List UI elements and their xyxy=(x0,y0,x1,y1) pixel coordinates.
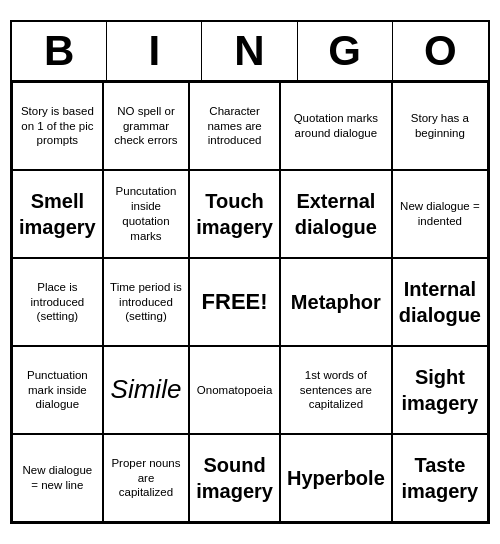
bingo-cell-1[interactable]: NO spell or grammar check errors xyxy=(103,82,190,170)
bingo-cell-16[interactable]: Simile xyxy=(103,346,190,434)
bingo-letter-b: B xyxy=(12,22,107,80)
bingo-header: BINGO xyxy=(12,22,488,82)
bingo-cell-20[interactable]: New dialogue = new line xyxy=(12,434,103,522)
bingo-cell-2[interactable]: Character names are introduced xyxy=(189,82,280,170)
bingo-cell-4[interactable]: Story has a beginning xyxy=(392,82,488,170)
bingo-cell-3[interactable]: Quotation marks around dialogue xyxy=(280,82,392,170)
bingo-cell-11[interactable]: Time period is introduced (setting) xyxy=(103,258,190,346)
bingo-card: BINGO Story is based on 1 of the pic pro… xyxy=(10,20,490,524)
bingo-cell-19[interactable]: Sight imagery xyxy=(392,346,488,434)
bingo-cell-17[interactable]: Onomatopoeia xyxy=(189,346,280,434)
bingo-cell-10[interactable]: Place is introduced (setting) xyxy=(12,258,103,346)
bingo-cell-24[interactable]: Taste imagery xyxy=(392,434,488,522)
bingo-cell-12[interactable]: FREE! xyxy=(189,258,280,346)
bingo-grid: Story is based on 1 of the pic promptsNO… xyxy=(12,82,488,522)
bingo-cell-8[interactable]: External dialogue xyxy=(280,170,392,258)
bingo-cell-14[interactable]: Internal dialogue xyxy=(392,258,488,346)
bingo-cell-23[interactable]: Hyperbole xyxy=(280,434,392,522)
bingo-cell-7[interactable]: Touch imagery xyxy=(189,170,280,258)
bingo-cell-5[interactable]: Smell imagery xyxy=(12,170,103,258)
bingo-cell-18[interactable]: 1st words of sentences are capitalized xyxy=(280,346,392,434)
bingo-letter-i: I xyxy=(107,22,202,80)
bingo-letter-n: N xyxy=(202,22,297,80)
bingo-letter-g: G xyxy=(298,22,393,80)
bingo-cell-22[interactable]: Sound imagery xyxy=(189,434,280,522)
bingo-cell-21[interactable]: Proper nouns are capitalized xyxy=(103,434,190,522)
bingo-cell-15[interactable]: Punctuation mark inside dialogue xyxy=(12,346,103,434)
bingo-cell-0[interactable]: Story is based on 1 of the pic prompts xyxy=(12,82,103,170)
bingo-letter-o: O xyxy=(393,22,488,80)
bingo-cell-13[interactable]: Metaphor xyxy=(280,258,392,346)
bingo-cell-6[interactable]: Puncutation inside quotation marks xyxy=(103,170,190,258)
bingo-cell-9[interactable]: New dialogue = indented xyxy=(392,170,488,258)
